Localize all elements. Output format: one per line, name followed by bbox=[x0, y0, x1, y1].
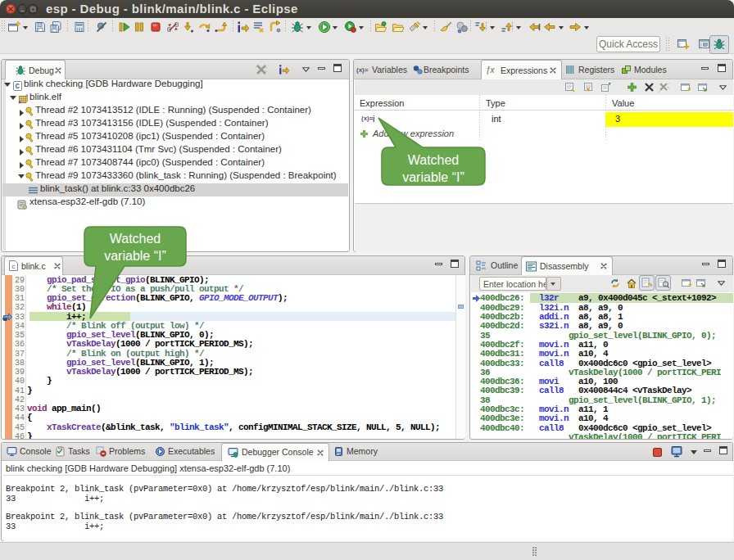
svg-text:C: C bbox=[16, 83, 20, 91]
svg-text:c: c bbox=[11, 263, 16, 270]
